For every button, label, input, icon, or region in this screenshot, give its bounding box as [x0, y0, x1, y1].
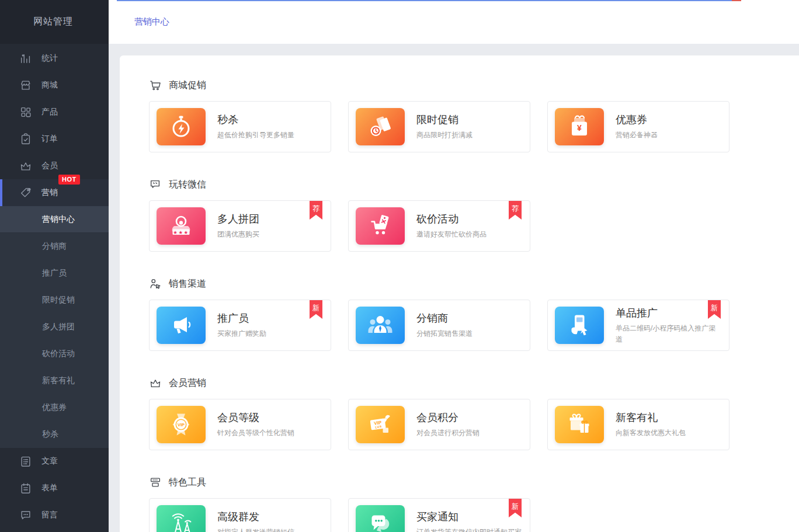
card-row: 推广员买家推广赠奖励新分销商分销拓宽销售渠道单品推广单品二维码/小程序码植入推广… [149, 300, 799, 351]
vip-card-icon: VIPLV.9 [356, 406, 405, 443]
card-text: 高级群发对指定人群发送营销短信 [217, 510, 324, 532]
coupon-bag-icon: ¥ [555, 108, 604, 145]
card-buyer-notify[interactable]: 买家通知订单发货等在微信内即时通知买家新 [348, 498, 530, 532]
card-desc: 订单发货等在微信内即时通知买家 [416, 527, 523, 532]
card-desc: 邀请好友帮忙砍价商品 [416, 229, 523, 240]
submenu-item-distributor[interactable]: 分销商 [0, 233, 109, 260]
sidebar-item-label: 商城 [41, 80, 58, 91]
sidebar-item-stats[interactable]: 统计 [0, 45, 109, 72]
card-row: ★★★多人拼团团满优惠购买荐砍价活动邀请好友帮忙砍价商品荐 [149, 200, 799, 252]
card-text: 多人拼团团满优惠购买 [217, 212, 324, 240]
person-channel-icon [149, 277, 162, 290]
sidebar-item-article[interactable]: 文章 [0, 448, 109, 475]
bargain-cart-icon [356, 207, 405, 245]
sidebar-item-label: 表单 [41, 483, 58, 493]
card-member-level[interactable]: VIP会员等级针对会员等级个性化营销 [149, 399, 331, 450]
card-desc: 超低价抢购引导更多销量 [217, 130, 324, 141]
card-text: 单品推广单品二维码/小程序码植入推广渠道 [616, 306, 722, 345]
submenu-item-flash-promo[interactable]: 限时促销 [0, 287, 109, 314]
card-title: 优惠券 [616, 113, 722, 127]
submenu-item-seckill[interactable]: 秒杀 [0, 421, 109, 448]
card-title: 分销商 [416, 311, 523, 325]
section-title: 商城促销 [169, 79, 206, 92]
sidebar-menu: 统计商城产品订单会员营销HOT营销中心分销商推广员限时促销多人拼团砍价活动新客有… [0, 44, 109, 528]
card-coupon[interactable]: ¥优惠券营销必备神器 [547, 101, 729, 152]
card-text: 新客有礼向新客发放优惠大礼包 [616, 411, 722, 439]
form-icon [19, 482, 32, 495]
card-text: 买家通知订单发货等在微信内即时通知买家 [416, 510, 523, 532]
group-people-icon: ★★★ [157, 207, 206, 245]
card-text: 推广员买家推广赠奖励 [217, 311, 324, 339]
submenu-item-label: 限时促销 [42, 295, 75, 305]
card-title: 秒杀 [217, 113, 324, 127]
mall-icon [19, 79, 32, 92]
card-desc: 买家推广赠奖励 [217, 328, 324, 339]
card-title: 会员积分 [416, 411, 523, 425]
section-title: 玩转微信 [169, 179, 206, 191]
phone-promo-icon [555, 307, 604, 344]
card-text: 优惠券营销必备神器 [616, 113, 722, 141]
submenu-item-bargain[interactable]: 砍价活动 [0, 340, 109, 367]
tab-marketing-center[interactable]: 营销中心 [133, 13, 171, 31]
card-text: 分销商分销拓宽销售渠道 [416, 311, 523, 339]
distributors-icon [356, 307, 405, 344]
card-text: 会员等级针对会员等级个性化营销 [217, 411, 324, 439]
submenu-item-group-buy[interactable]: 多人拼团 [0, 314, 109, 340]
browser-top-line [117, 0, 732, 1]
card-promoter[interactable]: 推广员买家推广赠奖励新 [149, 300, 331, 351]
svg-text:★★★: ★★★ [173, 230, 189, 235]
app-root: 网站管理 统计商城产品订单会员营销HOT营销中心分销商推广员限时促销多人拼团砍价… [0, 0, 799, 532]
card-desc: 单品二维码/小程序码植入推广渠道 [616, 323, 722, 345]
card-title: 单品推广 [616, 306, 722, 320]
submenu-item-marketing-center[interactable]: 营销中心 [0, 206, 109, 233]
card-title: 高级群发 [217, 510, 324, 524]
browser-top-line-end [732, 0, 741, 1]
card-row: 高级群发对指定人群发送营销短信买家通知订单发货等在微信内即时通知买家新 [149, 498, 799, 532]
submenu-item-label: 优惠券 [42, 402, 67, 413]
svg-text:¥: ¥ [577, 123, 582, 133]
card-text: 会员积分对会员进行积分营销 [416, 411, 523, 439]
sidebar-item-marketing[interactable]: 营销HOT [0, 179, 109, 206]
card-new-customer-gift[interactable]: 新客有礼向新客发放优惠大礼包 [547, 399, 729, 450]
sidebar-item-message[interactable]: 留言 [0, 502, 109, 528]
card-group-buy[interactable]: ★★★多人拼团团满优惠购买荐 [149, 200, 331, 252]
sidebar-item-mall[interactable]: 商城 [0, 72, 109, 99]
topbar: 营销中心 [109, 0, 799, 44]
card-seckill[interactable]: 秒杀超低价抢购引导更多销量 [149, 101, 331, 152]
card-member-points[interactable]: VIPLV.9会员积分对会员进行积分营销 [348, 399, 530, 450]
section-sales-channel: 销售渠道推广员买家推广赠奖励新分销商分销拓宽销售渠道单品推广单品二维码/小程序码… [149, 277, 799, 351]
section-title: 特色工具 [169, 477, 206, 489]
section-header: 会员营销 [149, 377, 799, 390]
card-bargain[interactable]: 砍价活动邀请好友帮忙砍价商品荐 [348, 200, 530, 252]
message-icon [19, 509, 32, 521]
submenu-item-new-customer-gift[interactable]: 新客有礼 [0, 367, 109, 394]
wechat-chat-icon [149, 178, 162, 191]
card-distributor[interactable]: 分销商分销拓宽销售渠道 [348, 300, 530, 351]
sidebar-item-product[interactable]: 产品 [0, 99, 109, 126]
section-header: 玩转微信 [149, 178, 799, 191]
card-row: 秒杀超低价抢购引导更多销量限时促销商品限时打折满减¥优惠券营销必备神器 [149, 101, 799, 152]
submenu-item-promoter[interactable]: 推广员 [0, 260, 109, 287]
card-flash-promo[interactable]: 限时促销商品限时打折满减 [348, 101, 530, 152]
card-desc: 团满优惠购买 [217, 229, 324, 240]
sidebar-item-label: 统计 [41, 53, 58, 64]
vip-medal-icon: VIP [157, 406, 206, 443]
content-wrapper: 商城促销秒杀超低价抢购引导更多销量限时促销商品限时打折满减¥优惠券营销必备神器玩… [109, 44, 799, 532]
card-title: 限时促销 [416, 113, 523, 127]
sidebar-item-order[interactable]: 订单 [0, 126, 109, 152]
stats-icon [19, 52, 32, 65]
section-mall-promo: 商城促销秒杀超低价抢购引导更多销量限时促销商品限时打折满减¥优惠券营销必备神器 [149, 79, 799, 152]
card-row: VIP会员等级针对会员等级个性化营销VIPLV.9会员积分对会员进行积分营销新客… [149, 399, 799, 450]
card-desc: 针对会员等级个性化营销 [217, 427, 324, 439]
section-title: 会员营销 [169, 377, 206, 390]
submenu-item-coupon[interactable]: 优惠券 [0, 394, 109, 421]
card-text: 限时促销商品限时打折满减 [416, 113, 523, 141]
submenu-item-label: 秒杀 [42, 429, 58, 440]
order-icon [19, 133, 32, 145]
sidebar-item-member[interactable]: 会员 [0, 152, 109, 179]
sidebar-item-form[interactable]: 表单 [0, 475, 109, 502]
card-single-promo[interactable]: 单品推广单品二维码/小程序码植入推广渠道新 [547, 300, 729, 351]
card-mass-send[interactable]: 高级群发对指定人群发送营销短信 [149, 498, 331, 532]
discount-clock-icon [356, 108, 405, 145]
card-text: 秒杀超低价抢购引导更多销量 [217, 113, 324, 141]
